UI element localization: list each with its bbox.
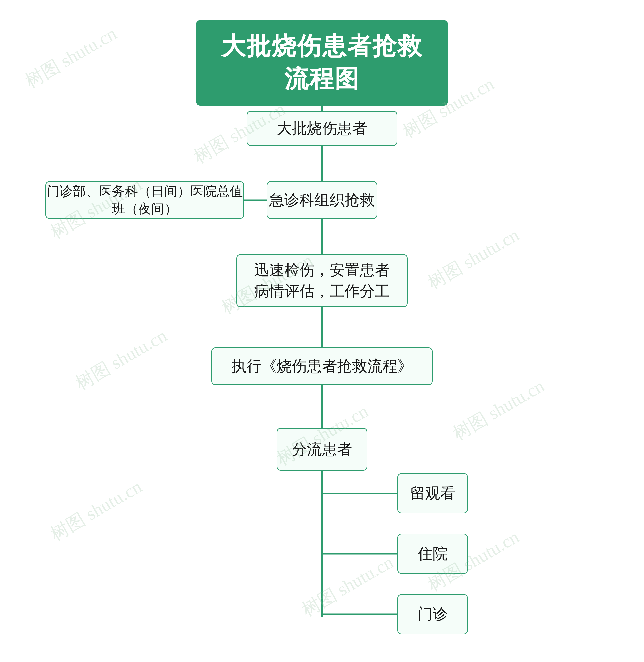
watermark-5: 树图 shutu.cn — [71, 324, 171, 395]
title-box: 大批烧伤患者抢救流程图 — [196, 20, 448, 106]
node3-line1: 迅速检伤，安置患者 — [254, 260, 390, 281]
branch-observation: 留观看 — [397, 473, 468, 513]
watermark-8: 树图 shutu.cn — [298, 550, 398, 622]
branch-hospitalize: 住院 — [397, 534, 468, 574]
node1-text: 大批烧伤患者 — [277, 118, 367, 139]
node-patients: 大批烧伤患者 — [247, 111, 397, 146]
node-divert: 分流患者 — [277, 428, 367, 471]
branch3-text: 门诊 — [418, 603, 448, 625]
title-text: 大批烧伤患者抢救流程图 — [221, 33, 423, 92]
watermark-10: 树图 shutu.cn — [423, 223, 524, 294]
watermark-1: 树图 shutu.cn — [21, 21, 121, 93]
node-triage: 迅速检伤，安置患者 病情评估，工作分工 — [236, 254, 408, 307]
branch1-text: 留观看 — [410, 483, 455, 504]
node-execute: 执行《烧伤患者抢救流程》 — [211, 347, 433, 385]
watermark-11: 树图 shutu.cn — [448, 374, 549, 445]
watermark-7: 树图 shutu.cn — [46, 475, 146, 546]
branch2-text: 住院 — [418, 543, 448, 564]
node-emergency: 急诊科组织抢救 — [267, 181, 377, 219]
node3-line2: 病情评估，工作分工 — [254, 281, 390, 302]
node4-text: 执行《烧伤患者抢救流程》 — [231, 356, 413, 377]
branch-outpatient: 门诊 — [397, 594, 468, 634]
node5-text: 分流患者 — [292, 439, 352, 460]
diagram: 大批烧伤患者抢救流程图 大批烧伤患者 急诊科组织抢救 迅速检伤，安置患者 病情评… — [0, 0, 644, 662]
side-note: 门诊部、医务科（日间）医院总值班（夜间） — [45, 181, 244, 219]
side-text: 门诊部、医务科（日间）医院总值班（夜间） — [46, 182, 243, 218]
node2-text: 急诊科组织抢救 — [269, 190, 375, 211]
